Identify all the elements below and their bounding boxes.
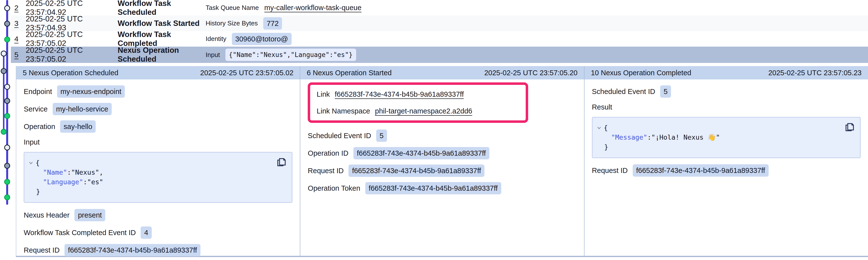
nexus-header-label: Nexus Header	[24, 211, 69, 219]
wtc-event-id-badge: 4	[141, 226, 152, 239]
event-attr-label: Identity	[206, 35, 226, 43]
endpoint-label: Endpoint	[24, 87, 52, 96]
event-id-link[interactable]: 3	[14, 19, 26, 28]
panel-title: 10 Nexus Operation Completed	[591, 69, 691, 77]
panel-header: 5 Nexus Operation Scheduled 2025-02-25 U…	[16, 66, 300, 79]
event-name: Nexus Operation Scheduled	[118, 46, 206, 64]
link-namespace-link[interactable]: phil-target-namespace2.a2dd6	[375, 107, 472, 115]
event-attr-label: Input	[206, 51, 220, 59]
event-id-link[interactable]: 2	[14, 4, 26, 12]
json-key: "Message"	[611, 133, 647, 142]
operation-id-badge: f665283f-743e-4374-b45b-9a61a89337ff	[353, 147, 489, 159]
operation-id-label: Operation ID	[308, 149, 348, 157]
request-id-badge: f665283f-743e-4374-b45b-9a61a89337ff	[633, 164, 769, 177]
endpoint-badge: my-nexus-endpoint	[57, 85, 125, 98]
event-timestamp: 2025-02-25 UTC 23:57:04.92	[26, 0, 118, 17]
event-dot-completed[interactable]	[1, 129, 7, 135]
collapse-chevron-icon[interactable]	[28, 160, 34, 165]
panel-nexus-operation-started: 6 Nexus Operation Started 2025-02-25 UTC…	[300, 66, 584, 256]
link-value-link[interactable]: f665283f-743e-4374-b45b-9a61a89337ff	[335, 90, 464, 99]
scheduled-event-id-badge: 5	[660, 85, 671, 98]
history-row-workflow-task-started[interactable]: 3 2025-02-25 UTC 23:57:04.93 Workflow Ta…	[11, 15, 868, 31]
panel-title: 5 Nexus Operation Scheduled	[23, 69, 118, 77]
event-id-link[interactable]: 4	[14, 35, 26, 43]
request-id-label: Request ID	[592, 166, 628, 175]
input-label: Input	[24, 138, 40, 146]
link-highlight-annotation: Link f665283f-743e-4374-b45b-9a61a89337f…	[308, 82, 528, 123]
scheduled-event-id-badge: 5	[376, 129, 387, 142]
service-label: Service	[24, 105, 48, 113]
panel-nexus-operation-scheduled: 5 Nexus Operation Scheduled 2025-02-25 U…	[16, 66, 300, 256]
copy-icon[interactable]	[276, 156, 287, 168]
panel-header: 6 Nexus Operation Started 2025-02-25 UTC…	[300, 66, 584, 79]
event-dot-completed[interactable]	[4, 179, 10, 185]
event-dot-completed[interactable]	[4, 113, 10, 119]
operation-token-label: Operation Token	[308, 184, 360, 192]
event-dot-scheduled[interactable]	[4, 84, 10, 90]
timeline-line	[3, 53, 4, 132]
operation-token-badge: f665283f-743e-4374-b45b-9a61a89337ff	[365, 182, 501, 194]
request-id-label: Request ID	[308, 167, 344, 175]
identity-badge: 30960@totoro@	[232, 33, 292, 45]
event-dot-completed[interactable]	[4, 37, 10, 42]
event-dot-completed[interactable]	[4, 194, 10, 200]
scheduled-event-id-label: Scheduled Event ID	[308, 132, 371, 140]
operation-badge: say-hello	[60, 120, 96, 133]
event-dot-scheduled[interactable]	[4, 5, 10, 11]
json-key: "Language"	[43, 177, 83, 187]
scheduled-event-id-label: Scheduled Event ID	[592, 87, 655, 96]
history-row-workflow-task-completed[interactable]: 4 2025-02-25 UTC 23:57:05.02 Workflow Ta…	[11, 31, 868, 47]
event-timestamp: 2025-02-25 UTC 23:57:04.93	[26, 14, 118, 32]
panel-title: 6 Nexus Operation Started	[307, 69, 392, 77]
json-close-brace: }	[604, 142, 608, 152]
history-row-workflow-task-scheduled[interactable]: 2 2025-02-25 UTC 23:57:04.92 Workflow Ta…	[11, 0, 868, 15]
panel-timestamp: 2025-02-25 UTC 23:57:05.20	[484, 69, 577, 77]
json-value: "¡Hola! Nexus 👋"	[651, 133, 720, 142]
input-json-viewer: { "Name": "Nexus", "Language": "es" }	[24, 152, 292, 203]
history-size-badge: 772	[263, 17, 282, 30]
copy-icon[interactable]	[844, 121, 856, 133]
panel-timestamp: 2025-02-25 UTC 23:57:05.23	[768, 69, 862, 77]
collapse-chevron-icon[interactable]	[596, 125, 602, 131]
event-dot-scheduled[interactable]	[4, 145, 10, 150]
event-name: Workflow Task Started	[118, 19, 206, 28]
service-badge: my-hello-service	[53, 103, 112, 115]
request-id-badge: f665283f-743e-4374-b45b-9a61a89337ff	[348, 164, 485, 177]
link-namespace-label: Link Namespace	[317, 107, 370, 115]
panel-timestamp: 2025-02-25 UTC 23:57:05.02	[200, 69, 293, 77]
event-id-link[interactable]: 5	[14, 50, 26, 59]
panel-header: 10 Nexus Operation Completed 2025-02-25 …	[585, 66, 868, 79]
event-attr-label: History Size Bytes	[206, 20, 258, 27]
json-key: "Name"	[43, 168, 67, 177]
event-attr-label: Task Queue Name	[206, 4, 259, 11]
event-dot-started[interactable]	[4, 98, 10, 104]
request-id-label: Request ID	[24, 246, 60, 254]
link-label: Link	[317, 90, 330, 99]
event-name: Workflow Task Scheduled	[118, 0, 206, 17]
json-value: "es"	[87, 177, 103, 187]
result-label: Result	[592, 103, 612, 111]
history-row-nexus-operation-scheduled[interactable]: 5 2025-02-25 UTC 23:57:05.02 Nexus Opera…	[11, 47, 868, 63]
json-value: "Nexus",	[71, 168, 103, 177]
json-open-brace: {	[36, 158, 39, 168]
event-name: Workflow Task Completed	[118, 30, 206, 48]
nexus-header-badge: present	[74, 209, 105, 221]
result-json-viewer: { "Message": "¡Hola! Nexus 👋" }	[592, 117, 861, 158]
panel-nexus-operation-completed: 10 Nexus Operation Completed 2025-02-25 …	[584, 66, 868, 256]
event-dot-started[interactable]	[4, 163, 10, 169]
json-close-brace: }	[36, 187, 40, 196]
event-dot-scheduled[interactable]	[1, 50, 7, 57]
wtc-event-id-label: Workflow Task Completed Event ID	[24, 229, 136, 237]
event-history-rows: 2 2025-02-25 UTC 23:57:04.92 Workflow Ta…	[11, 0, 868, 63]
input-payload-badge: {"Name":"Nexus","Language":"es"}	[225, 48, 356, 61]
request-id-badge: f665283f-743e-4374-b45b-9a61a89337ff	[64, 244, 200, 256]
event-group-detail: 5 Nexus Operation Scheduled 2025-02-25 U…	[16, 66, 868, 257]
event-timestamp: 2025-02-25 UTC 23:57:05.02	[26, 46, 118, 64]
event-timeline-rail	[0, 0, 16, 260]
event-dot-started[interactable]	[4, 21, 10, 27]
event-dot-started[interactable]	[1, 68, 7, 74]
event-timestamp: 2025-02-25 UTC 23:57:05.02	[26, 30, 118, 48]
operation-label: Operation	[24, 122, 55, 131]
task-queue-link[interactable]: my-caller-workflow-task-queue	[264, 4, 361, 12]
json-open-brace: {	[604, 123, 608, 133]
